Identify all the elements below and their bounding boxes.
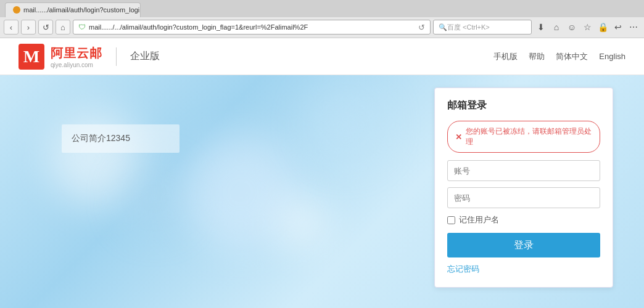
download-icon[interactable]: ⬇ [534, 20, 548, 34]
browser-chrome: mail....../alimail/auth/login?custom_log… [0, 0, 644, 38]
error-message-box: ✕ 您的账号已被冻结，请联邮箱管理员处理 [447, 121, 600, 153]
tab-favicon [13, 6, 20, 14]
undo-icon[interactable]: ↩ [611, 20, 625, 34]
browser-toolbar: ‹ › ↺ ⌂ 🛡 mail....../.../alimail/auth/lo… [0, 17, 644, 38]
login-panel: 邮箱登录 ✕ 您的账号已被冻结，请联邮箱管理员处理 记住用户名 登录 忘记密码 [434, 87, 613, 288]
page-content: M 阿里云邮 qiye.aliyun.com 企业版 手机版 帮助 简体中文 E… [0, 38, 644, 308]
logo-divider [116, 47, 117, 66]
bokeh-5 [308, 87, 382, 161]
logo-sub: qiye.aliyun.com [51, 62, 102, 68]
address-bar[interactable]: 🛡 mail....../.../alimail/auth/login?cust… [73, 20, 431, 34]
back-button[interactable]: ‹ [4, 20, 19, 34]
bokeh-4 [278, 198, 327, 248]
error-text: 您的账号已被冻结，请联邮箱管理员处理 [466, 126, 592, 147]
site-header: M 阿里云邮 qiye.aliyun.com 企业版 手机版 帮助 简体中文 E… [0, 38, 644, 75]
search-bar[interactable]: 🔍 百度 <Ctrl+K> [433, 20, 532, 34]
logo-m-icon: M [19, 44, 44, 70]
remember-row: 记住用户名 [447, 214, 600, 225]
nav-help[interactable]: 帮助 [529, 51, 545, 62]
nav-simplified-chinese[interactable]: 简体中文 [556, 51, 588, 62]
username-input[interactable] [447, 160, 600, 181]
star-icon[interactable]: ☆ [580, 20, 594, 34]
error-x-icon: ✕ [455, 132, 462, 142]
company-intro-text: 公司简介12345 [72, 133, 130, 143]
menu-icon[interactable]: ⋯ [627, 20, 640, 34]
forward-button[interactable]: › [21, 20, 36, 34]
browser-tabs: mail....../alimail/auth/login?custom_log… [0, 0, 644, 17]
user-icon[interactable]: ☺ [565, 20, 579, 34]
nav-mobile[interactable]: 手机版 [493, 51, 518, 62]
home-button[interactable]: ⌂ [56, 20, 70, 34]
header-nav: 手机版 帮助 简体中文 English [493, 51, 625, 62]
login-title: 邮箱登录 [447, 99, 600, 112]
forgot-password-link[interactable]: 忘记密码 [447, 264, 600, 275]
logo-area: M 阿里云邮 qiye.aliyun.com 企业版 [19, 44, 160, 70]
remember-label: 记住用户名 [459, 214, 499, 225]
shield-icon: 🛡 [78, 23, 86, 31]
lock-icon[interactable]: 🔒 [596, 20, 609, 34]
main-area: 公司简介12345 邮箱登录 ✕ 您的账号已被冻结，请联邮箱管理员处理 记住用户… [0, 75, 644, 308]
refresh-button[interactable]: ↺ [38, 20, 53, 34]
logo-name: 阿里云邮 [51, 45, 102, 62]
login-button[interactable]: 登录 [447, 233, 600, 257]
company-intro: 公司简介12345 [62, 124, 180, 153]
logo-text-area: 阿里云邮 qiye.aliyun.com [51, 45, 102, 68]
nav-english[interactable]: English [599, 52, 625, 61]
tab-title: mail....../alimail/auth/login?custom_log… [23, 6, 141, 14]
refresh-in-bar: ↺ [418, 23, 425, 32]
browser-tab-active[interactable]: mail....../alimail/auth/login?custom_log… [5, 2, 141, 17]
home-icon2[interactable]: ⌂ [550, 20, 563, 34]
enterprise-label: 企业版 [130, 50, 160, 63]
toolbar-icons: ⬇ ⌂ ☺ ☆ 🔒 ↩ ⋯ [534, 20, 640, 34]
search-icon: 🔍 [439, 23, 447, 31]
address-text: mail....../.../alimail/auth/login?custom… [89, 23, 308, 31]
search-placeholder: 百度 <Ctrl+K> [447, 23, 490, 32]
remember-checkbox[interactable] [447, 216, 455, 224]
bokeh-2 [123, 168, 185, 229]
password-input[interactable] [447, 187, 600, 208]
